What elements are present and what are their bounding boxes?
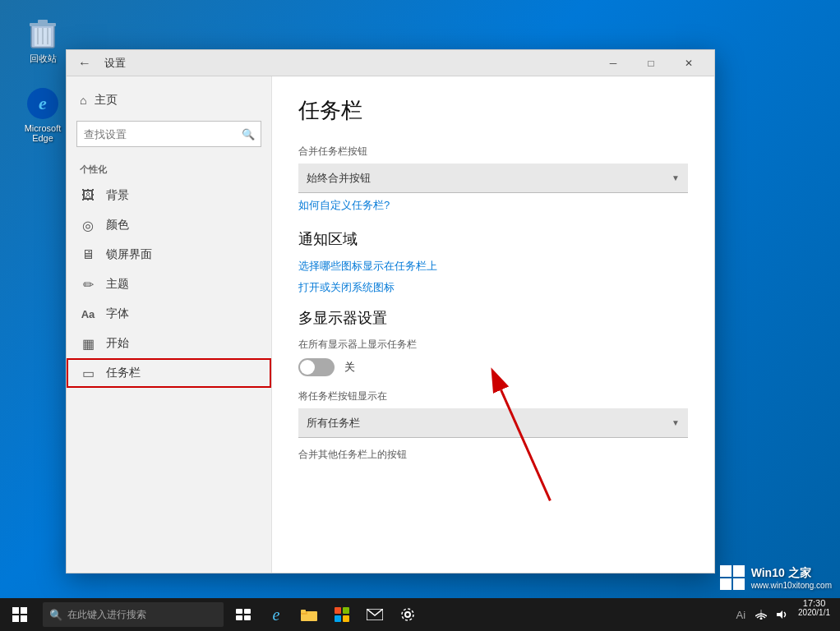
back-button[interactable]: ← — [73, 54, 96, 72]
dropdown-arrow-1: ▼ — [672, 173, 680, 182]
lockscreen-icon: 🖥 — [80, 246, 96, 263]
settings-gear-icon — [400, 607, 415, 622]
taskbar-search-text: 在此键入进行搜索 — [67, 608, 146, 622]
font-icon: Aa — [80, 306, 96, 322]
svg-rect-13 — [236, 609, 242, 614]
edge-icon[interactable]: e MicrosoftEdge — [13, 84, 72, 146]
svg-rect-21 — [343, 607, 349, 614]
toggle-knob — [300, 360, 315, 375]
svg-rect-12 — [733, 578, 745, 590]
color-label: 颜色 — [106, 218, 129, 233]
file-explorer-icon — [301, 608, 317, 621]
win10-watermark: Win10 之家 www.win10xitong.com — [720, 565, 832, 590]
edge-taskbar-icon: e — [273, 606, 280, 624]
svg-rect-20 — [335, 607, 341, 614]
sidebar-home[interactable]: ⌂ 主页 — [67, 86, 271, 114]
search-icon: 🔍 — [242, 128, 255, 140]
sidebar-item-start[interactable]: ▦ 开始 — [67, 329, 271, 358]
mail-icon — [367, 609, 383, 620]
clock-time: 17:30 — [803, 598, 826, 608]
notification-heading: 通知区域 — [298, 229, 688, 249]
network-status-icon — [755, 610, 767, 619]
theme-label: 主题 — [106, 277, 129, 292]
notification-icons-link[interactable]: 选择哪些图标显示在任务栏上 — [298, 259, 688, 274]
background-label: 背景 — [106, 188, 129, 203]
settings-sidebar: ⌂ 主页 🔍 个性化 🖼 背景 ◎ 颜色 — [67, 76, 272, 573]
combine-label: 合并任务栏按钮 — [298, 145, 688, 159]
lockscreen-label: 锁屏界面 — [106, 247, 152, 262]
start-logo-icon — [12, 607, 27, 622]
sidebar-search: 🔍 — [76, 121, 261, 147]
clock-date: 2020/1/1 — [798, 608, 830, 617]
title-bar: ← 设置 ─ □ ✕ — [67, 50, 714, 76]
svg-rect-10 — [733, 565, 745, 577]
sidebar-item-font[interactable]: Aa 字体 — [67, 299, 271, 329]
svg-rect-16 — [244, 615, 251, 620]
system-icons-link[interactable]: 打开或关闭系统图标 — [298, 280, 688, 295]
taskbar-toggle[interactable] — [298, 358, 335, 376]
svg-rect-11 — [720, 578, 732, 590]
color-icon: ◎ — [80, 217, 96, 233]
tray-ai-label[interactable]: Ai — [733, 598, 750, 631]
minimize-button[interactable]: ─ — [594, 50, 632, 76]
show-buttons-label: 将任务栏按钮显示在 — [298, 389, 688, 403]
start-button[interactable] — [0, 598, 39, 631]
home-icon: ⌂ — [80, 94, 86, 107]
volume-icon[interactable] — [773, 598, 792, 631]
theme-icon: ✏ — [80, 276, 96, 292]
window-title: 设置 — [104, 56, 594, 71]
page-title: 任务栏 — [298, 96, 688, 125]
taskbar-label: 任务栏 — [106, 366, 141, 380]
sidebar-item-lockscreen[interactable]: 🖥 锁屏界面 — [67, 240, 271, 269]
svg-rect-23 — [343, 615, 349, 622]
customize-link[interactable]: 如何自定义任务栏? — [298, 198, 688, 213]
mail-button[interactable] — [358, 598, 391, 631]
edge-label: MicrosoftEdge — [25, 123, 62, 143]
font-label: 字体 — [106, 306, 129, 321]
svg-rect-15 — [236, 615, 242, 620]
sidebar-item-background[interactable]: 🖼 背景 — [67, 181, 271, 210]
svg-rect-19 — [301, 610, 306, 613]
recycle-bin-label: 回收站 — [30, 53, 57, 65]
settings-taskbar-button[interactable] — [391, 598, 424, 631]
sidebar-item-color[interactable]: ◎ 颜色 — [67, 210, 271, 240]
task-view-icon — [236, 609, 251, 620]
file-explorer-button[interactable] — [293, 598, 325, 631]
search-input[interactable] — [76, 121, 261, 147]
svg-point-26 — [402, 609, 413, 620]
store-icon — [335, 607, 349, 622]
win10-logo-icon — [720, 565, 745, 590]
show-taskbar-label: 在所有显示器上显示任务栏 — [298, 338, 688, 352]
maximize-button[interactable]: □ — [632, 50, 670, 76]
taskbar-search[interactable]: 🔍 在此键入进行搜索 — [43, 602, 224, 627]
svg-rect-14 — [244, 609, 251, 614]
home-label: 主页 — [95, 93, 118, 108]
sidebar-item-taskbar[interactable]: ▭ 任务栏 — [67, 358, 271, 388]
recycle-bin-icon[interactable]: 回收站 — [13, 13, 72, 68]
multi-monitor-heading: 多显示器设置 — [298, 308, 688, 328]
toggle-state-label: 关 — [344, 360, 355, 375]
win10-text: Win10 之家 — [751, 566, 832, 581]
task-view-button[interactable] — [227, 598, 260, 631]
window-controls: ─ □ ✕ — [594, 50, 708, 76]
combine-dropdown[interactable]: 始终合并按钮 ▼ — [298, 164, 688, 193]
sidebar-section-title: 个性化 — [67, 154, 271, 181]
taskbar-buttons-dropdown[interactable]: 所有任务栏 ▼ — [298, 408, 688, 438]
win10-url: www.win10xitong.com — [751, 581, 832, 590]
edge-taskbar-button[interactable]: e — [260, 598, 293, 631]
settings-content: ⌂ 主页 🔍 个性化 🖼 背景 ◎ 颜色 — [67, 76, 714, 573]
svg-marker-30 — [777, 610, 782, 619]
toggle-row: 关 — [298, 358, 688, 376]
clock[interactable]: 17:30 2020/1/1 — [795, 598, 833, 631]
close-button[interactable]: ✕ — [670, 50, 708, 76]
network-icon[interactable] — [752, 598, 770, 631]
system-tray: Ai 17:30 2020/1/1 — [733, 598, 841, 631]
svg-rect-6 — [38, 20, 48, 24]
taskbar-icon: ▭ — [80, 365, 96, 381]
desktop: 回收站 e MicrosoftEdge ← 设置 ─ □ ✕ — [0, 0, 840, 631]
start-icon: ▦ — [80, 335, 96, 352]
combine-other-label: 合并其他任务栏上的按钮 — [298, 448, 688, 462]
taskbar-buttons-value: 所有任务栏 — [307, 416, 360, 431]
store-button[interactable] — [325, 598, 358, 631]
sidebar-item-theme[interactable]: ✏ 主题 — [67, 269, 271, 299]
